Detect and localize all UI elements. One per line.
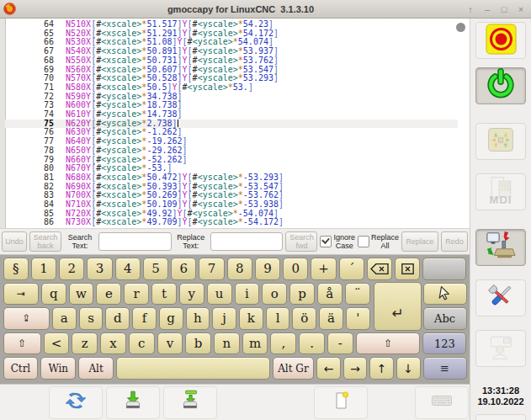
settings-button[interactable]	[475, 279, 526, 316]
key-pointer[interactable]	[423, 283, 467, 306]
key-enter[interactable]: ↵	[374, 282, 422, 331]
key-9[interactable]: 9	[255, 258, 280, 280]
key-z[interactable]: z	[72, 332, 98, 355]
key-backspace[interactable]	[367, 258, 392, 280]
replace-all-box[interactable]	[358, 236, 369, 247]
maximize-window-icon[interactable]: □	[499, 3, 509, 15]
key-c[interactable]: c	[129, 332, 155, 355]
search-text-input[interactable]	[98, 232, 172, 251]
key-b[interactable]: b	[185, 332, 211, 355]
key-4[interactable]: 4	[115, 258, 141, 280]
key-arrow-down[interactable]: ↓	[396, 357, 421, 380]
key-t[interactable]: t	[151, 283, 177, 306]
key-å[interactable]: å	[317, 283, 342, 306]
key-altgr[interactable]: Alt Gr	[273, 357, 315, 380]
key-ctrl[interactable]: Ctrl	[3, 357, 39, 380]
replace-text-input[interactable]	[210, 232, 284, 251]
key-delete[interactable]	[395, 258, 420, 280]
key-alt[interactable]: Alt	[78, 357, 114, 380]
key-r[interactable]: r	[124, 283, 149, 306]
key-0[interactable]: 0	[283, 258, 308, 280]
key-w[interactable]: w	[69, 283, 94, 306]
key-section[interactable]: §	[3, 258, 29, 280]
save-file-button[interactable]	[106, 386, 160, 419]
user-tabs-button[interactable]	[475, 330, 526, 367]
key-v[interactable]: v	[157, 332, 183, 355]
key-ä[interactable]: ä	[319, 307, 343, 330]
key-d[interactable]: d	[105, 307, 130, 330]
key-3[interactable]: 3	[87, 258, 112, 280]
search-back-button[interactable]: Search back	[29, 231, 61, 252]
save-as-button[interactable]	[163, 386, 217, 419]
scrollbar-thumb[interactable]	[456, 23, 465, 32]
estop-button[interactable]	[475, 22, 526, 59]
key-space[interactable]	[116, 357, 270, 380]
key-j[interactable]: j	[212, 307, 236, 330]
key-e[interactable]: e	[96, 283, 121, 306]
key-n[interactable]: n	[214, 332, 240, 355]
key-shift-right[interactable]: ⇧	[356, 332, 421, 355]
key-8[interactable]: 8	[227, 258, 252, 280]
code-line[interactable]: 86N730X[#<xscale>*49.709]Y[#<yscale>*-54…	[5, 218, 458, 227]
key-tab[interactable]: ⇥	[3, 283, 39, 306]
close-window-icon[interactable]: ×	[516, 3, 526, 15]
key-i[interactable]: i	[235, 283, 260, 306]
key-apostrophe[interactable]: '	[346, 307, 370, 330]
key-l[interactable]: l	[266, 307, 290, 330]
replace-button[interactable]: Replace	[401, 231, 438, 252]
key-diaeresis[interactable]: ¨	[345, 283, 370, 306]
key-win[interactable]: Win	[40, 357, 76, 380]
key-m[interactable]: m	[242, 332, 268, 355]
key-comma[interactable]: ,	[270, 332, 296, 355]
back-button[interactable]	[475, 414, 526, 420]
key-1[interactable]: 1	[31, 258, 56, 280]
ignore-case-box[interactable]	[320, 236, 332, 247]
key-p[interactable]: p	[289, 283, 315, 306]
key-g[interactable]: g	[159, 307, 183, 330]
key-abc-layer[interactable]: Abc	[423, 307, 467, 330]
manual-mode-button[interactable]	[475, 123, 526, 160]
key-y[interactable]: y	[179, 283, 204, 306]
mdi-mode-button[interactable]: MDI	[475, 173, 526, 210]
key-plus[interactable]: +	[311, 258, 336, 280]
keyboard-toggle-button[interactable]	[415, 386, 469, 419]
power-button[interactable]	[475, 67, 526, 104]
key-capslock[interactable]: ⇪	[3, 307, 50, 330]
key-arrow-left[interactable]: ←	[316, 357, 341, 380]
key-ö[interactable]: ö	[292, 307, 316, 330]
key-close-keyboard[interactable]: ×	[422, 258, 466, 280]
key-f[interactable]: f	[132, 307, 157, 330]
reload-file-button[interactable]	[49, 386, 103, 419]
key-arrow-right[interactable]: →	[343, 357, 368, 380]
app-icon[interactable]	[3, 3, 16, 15]
search-fwd-button[interactable]: Search fwd	[285, 231, 317, 252]
key-h[interactable]: h	[186, 307, 210, 330]
key-6[interactable]: 6	[171, 258, 196, 280]
key-menu[interactable]: ≡	[423, 357, 467, 380]
undo-button[interactable]: Undo	[2, 231, 27, 252]
replace-all-checkbox[interactable]: Replace All	[358, 233, 399, 250]
key-o[interactable]: o	[262, 283, 287, 306]
ignore-case-checkbox[interactable]: Ignore Case	[320, 233, 355, 250]
new-file-button[interactable]	[314, 386, 368, 419]
shade-window-icon[interactable]: ↑	[465, 3, 475, 15]
redo-button[interactable]: Redo	[441, 231, 468, 252]
key-period[interactable]: .	[299, 332, 325, 355]
key-x[interactable]: x	[100, 332, 126, 355]
auto-mode-button[interactable]	[475, 229, 526, 266]
key-7[interactable]: 7	[199, 258, 224, 280]
key-lessthan[interactable]: <	[44, 332, 70, 355]
key-5[interactable]: 5	[143, 258, 168, 280]
key-k[interactable]: k	[239, 307, 263, 330]
gcode-editor[interactable]: 64N510X[#<xscale>*51.517]Y[#<yscale>*54.…	[0, 19, 470, 228]
key-acute[interactable]: ´	[339, 258, 364, 280]
key-a[interactable]: a	[52, 307, 77, 330]
key-2[interactable]: 2	[59, 258, 84, 280]
key-shift-left[interactable]: ⇧	[3, 332, 41, 355]
gcode-text-view[interactable]: 64N510X[#<xscale>*51.517]Y[#<yscale>*54.…	[5, 20, 458, 228]
key-minus[interactable]: -	[327, 332, 353, 355]
key-s[interactable]: s	[79, 307, 104, 330]
key-arrow-up[interactable]: ↑	[369, 357, 394, 380]
minimize-window-icon[interactable]: –	[482, 3, 492, 15]
key-q[interactable]: q	[41, 283, 66, 306]
